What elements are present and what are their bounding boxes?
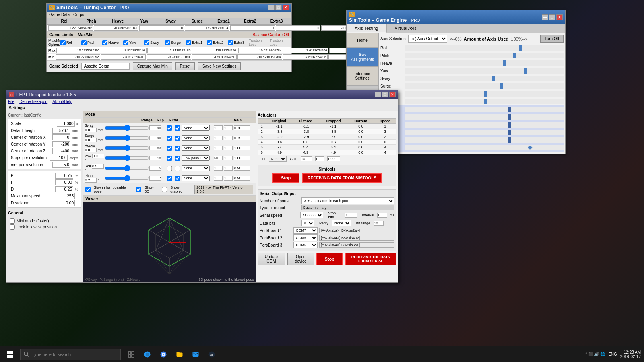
cor-z-input[interactable] xyxy=(52,148,70,154)
roll-filter-select[interactable]: None xyxy=(182,165,210,171)
pitch-g2[interactable] xyxy=(224,176,233,181)
sway-range[interactable] xyxy=(149,125,161,130)
surge-filter-select[interactable]: None xyxy=(182,135,210,141)
serial-speed-select[interactable]: 500000 xyxy=(300,212,323,218)
yaw-slider[interactable] xyxy=(105,155,149,161)
bit-range-input[interactable] xyxy=(374,221,384,226)
sway-flip[interactable] xyxy=(165,125,173,131)
act-filter-select[interactable]: None xyxy=(269,156,287,162)
roll-gain[interactable] xyxy=(234,166,250,171)
heave-filter-check[interactable] xyxy=(173,146,182,151)
explorer-icon[interactable] xyxy=(172,346,187,362)
min-sway[interactable] xyxy=(237,54,282,60)
heave-g1[interactable] xyxy=(214,146,223,150)
mm-rev-input[interactable] xyxy=(52,162,70,168)
heave-checkbox[interactable] xyxy=(102,40,107,45)
hexapod-restore-btn[interactable]: □ xyxy=(382,92,388,97)
tab-axis-testing[interactable]: Axis Testing xyxy=(347,24,387,33)
yaw-gain[interactable] xyxy=(234,156,250,160)
surge-gain[interactable] xyxy=(234,136,250,140)
surge-filter-check[interactable] xyxy=(173,136,182,141)
deadzone-input[interactable] xyxy=(57,200,75,206)
sway-gain[interactable] xyxy=(234,125,250,130)
yaw-range[interactable] xyxy=(149,156,161,160)
heave-gain[interactable] xyxy=(234,146,250,150)
heave-filter-select[interactable]: None xyxy=(182,145,210,151)
game-input[interactable] xyxy=(81,63,130,70)
mail-icon[interactable] xyxy=(188,346,203,362)
pitch-g1[interactable] xyxy=(214,176,223,181)
surge-g2[interactable] xyxy=(224,136,233,140)
sway-checkbox[interactable] xyxy=(144,40,149,45)
cor-y-input[interactable] xyxy=(52,141,70,147)
surge-flip[interactable] xyxy=(165,136,173,141)
port-board-1-input[interactable] xyxy=(319,228,394,233)
sway-slider[interactable] xyxy=(105,125,149,131)
roll-slider[interactable] xyxy=(105,165,149,171)
num-ports-select[interactable]: 3 + 2 actuators in each port xyxy=(301,197,394,204)
sway-filter-select[interactable]: None xyxy=(182,125,210,131)
capture-btn[interactable]: Capture Max Min xyxy=(133,62,172,70)
yaw-value-input[interactable] xyxy=(185,25,229,31)
roll-range[interactable] xyxy=(149,166,161,171)
roll-g2[interactable] xyxy=(224,166,233,171)
surge-g1[interactable] xyxy=(214,136,223,140)
lock-lowest-checkbox[interactable] xyxy=(10,224,15,230)
show-3d-checkbox[interactable] xyxy=(136,187,141,192)
port-board-3-input[interactable] xyxy=(319,242,394,248)
max-sway[interactable] xyxy=(238,48,283,53)
sway-g1[interactable] xyxy=(214,125,223,130)
roll-g1[interactable] xyxy=(214,166,223,171)
sway-pose-input[interactable] xyxy=(85,128,97,132)
menu-about[interactable]: About/Help xyxy=(52,99,72,104)
yaw-g1[interactable] xyxy=(214,156,223,160)
mini-mode-checkbox[interactable] xyxy=(10,218,15,224)
min-pitch[interactable] xyxy=(101,54,146,60)
engine-restore-btn[interactable]: □ xyxy=(549,14,555,20)
sway-filter-check[interactable] xyxy=(173,125,182,131)
pitch-checkbox[interactable] xyxy=(81,40,87,45)
show-graphic-checkbox[interactable] xyxy=(162,187,167,192)
data-bits-select[interactable]: 8 xyxy=(301,220,314,226)
menu-define-hexapod[interactable]: Define hexapod xyxy=(19,99,47,104)
receiving-bottom-btn[interactable]: RECEIVING THE DATA FROM SERIAL xyxy=(345,253,396,265)
extra3-checkbox[interactable] xyxy=(228,40,233,45)
interval-input[interactable] xyxy=(377,213,387,218)
start-button[interactable] xyxy=(0,346,20,362)
tuning-minimize-btn[interactable]: — xyxy=(268,5,275,10)
roll-flip[interactable] xyxy=(165,166,173,171)
heave-value-input[interactable] xyxy=(139,25,184,31)
pitch-flip[interactable] xyxy=(165,176,173,181)
task-view-icon[interactable] xyxy=(124,346,138,362)
heave-pose-input[interactable] xyxy=(85,148,97,152)
reset-btn[interactable]: Reset xyxy=(175,62,195,70)
act-gain-input1[interactable] xyxy=(301,156,312,161)
max-yaw[interactable] xyxy=(193,48,237,53)
update-com-btn[interactable]: Update COM xyxy=(258,253,285,265)
engine-close-btn[interactable]: ✕ xyxy=(556,14,563,20)
cor-x-input[interactable] xyxy=(52,134,70,140)
roll-filter-check[interactable] xyxy=(173,166,182,171)
yaw-flip[interactable] xyxy=(165,156,173,161)
surge-value-input[interactable] xyxy=(276,25,320,31)
roll-value-input[interactable] xyxy=(48,25,93,31)
sway-g2[interactable] xyxy=(224,125,233,130)
yaw-pose-input[interactable] xyxy=(92,154,104,158)
turn-off-btn[interactable]: Turn Off xyxy=(540,35,564,43)
steps-rev-input[interactable] xyxy=(50,155,68,161)
roll-pose-input[interactable] xyxy=(92,164,104,169)
hexapod-minimize-btn[interactable]: — xyxy=(375,92,381,97)
act-gain-input2[interactable] xyxy=(315,156,324,161)
surge-range[interactable] xyxy=(149,136,161,140)
max-roll[interactable] xyxy=(56,48,101,53)
port-board-3-com[interactable]: COM5 xyxy=(293,242,318,248)
min-roll[interactable] xyxy=(56,54,100,60)
pitch-slider[interactable] xyxy=(105,175,149,181)
pitch-range[interactable] xyxy=(149,176,161,181)
pitch-gain[interactable] xyxy=(234,176,250,181)
yaw-filter-check[interactable] xyxy=(173,156,182,161)
max-surge[interactable] xyxy=(284,48,328,53)
axis-output-select[interactable]: a ) Axis Output xyxy=(408,35,447,43)
steam-icon[interactable]: St xyxy=(204,346,219,362)
tuning-restore-btn[interactable]: □ xyxy=(275,5,282,10)
